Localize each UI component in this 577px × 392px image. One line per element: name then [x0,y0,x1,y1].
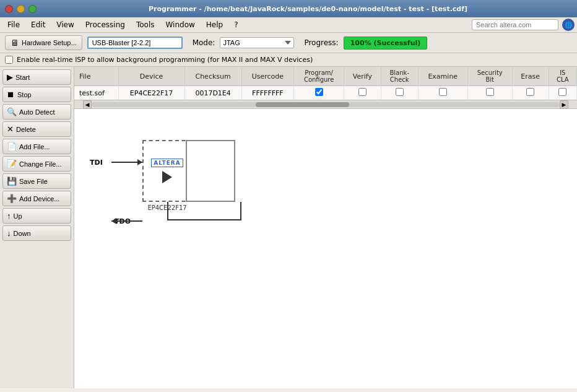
tdi-label: TDI [90,159,103,167]
scroll-left-button[interactable]: ◀ [83,100,92,109]
cell-erase[interactable] [512,86,549,100]
delete-icon: ✕ [7,124,14,134]
cell-program[interactable] [294,86,344,100]
stop-label: Stop [17,91,32,98]
up-icon: ↑ [7,211,11,220]
menu-window[interactable]: Window [160,19,199,30]
cell-file: test.sof [74,86,118,100]
col-erase: Erase [512,67,549,86]
isp-row: Enable real-time ISP to allow background… [0,53,577,67]
diagram-area: TDI ALTERA EP4CE22F17 TDO [74,109,577,388]
programmer-table: File Device Checksum Usercode Program/Co… [74,67,577,100]
menu-tools[interactable]: Tools [131,19,160,30]
titlebar: Programmer - /home/beat/JavaRock/samples… [0,0,577,17]
menu-help[interactable]: Help [201,19,228,30]
progress-bar: 100% (Successful) [344,37,428,50]
auto-detect-icon: 🔍 [7,107,17,116]
isp-clamp-checkbox[interactable] [558,88,566,96]
cell-examine[interactable] [418,86,467,100]
isp-checkbox[interactable] [5,56,13,64]
save-file-button[interactable]: 💾 Save File [2,173,71,189]
maximize-button[interactable] [28,5,37,13]
col-verify: Verify [344,67,381,86]
cell-isp[interactable] [549,86,576,100]
hardware-icon: 🖥 [11,38,19,48]
add-device-icon: ➕ [7,194,17,203]
globe-icon: 🌐 [562,19,575,31]
chip-play-icon [162,171,172,183]
window-title: Programmer - /home/beat/JavaRock/samples… [44,5,572,13]
menu-file[interactable]: File [2,19,25,30]
menubar: File Edit View Processing Tools Window H… [0,17,577,33]
sidebar: ▶ Start ⏹ Stop 🔍 Auto Detect ✕ Delete 📄 … [0,67,74,388]
minimize-button[interactable] [17,5,25,13]
main-area: ▶ Start ⏹ Stop 🔍 Auto Detect ✕ Delete 📄 … [0,67,577,388]
menu-processing[interactable]: Processing [80,19,130,30]
stop-button[interactable]: ⏹ Stop [2,87,71,102]
cell-security[interactable] [467,86,512,100]
horizontal-scrollbar[interactable]: ◀ ▶ [74,100,577,109]
cell-verify[interactable] [344,86,381,100]
start-icon: ▶ [7,72,13,82]
menu-help-icon[interactable]: ? [229,19,243,30]
program-checkbox[interactable] [315,88,323,96]
change-file-button[interactable]: 📝 Change File... [2,156,71,172]
outline-box [186,140,235,202]
col-usercode: Usercode [241,67,294,86]
scroll-right-button[interactable]: ▶ [560,100,568,109]
cell-blank[interactable] [381,86,418,100]
cell-usercode: FFFFFFFF [241,86,294,100]
hardware-setup-label: Hardware Setup... [22,39,77,46]
table-area: File Device Checksum Usercode Program/Co… [74,67,577,100]
add-file-icon: 📄 [7,142,17,151]
tdo-arrow [111,220,142,222]
change-file-icon: 📝 [7,159,17,168]
menu-view[interactable]: View [51,19,79,30]
start-label: Start [15,74,30,81]
table-row: test.sof EP4CE22F17 0017D1E4 FFFFFFFF [74,86,577,100]
add-file-button[interactable]: 📄 Add File... [2,139,71,154]
col-examine: Examine [418,67,467,86]
down-icon: ↓ [7,229,11,238]
col-file: File [74,67,118,86]
mode-select[interactable]: JTAG [220,37,294,48]
verify-checkbox[interactable] [358,88,367,96]
toolbar: 🖥 Hardware Setup... Mode: JTAG Progress:… [0,33,577,53]
chip-box: ALTERA [142,140,192,202]
content-area: File Device Checksum Usercode Program/Co… [74,67,577,388]
scroll-track[interactable] [92,102,560,107]
add-device-button[interactable]: ➕ Add Device... [2,191,71,206]
close-button[interactable] [5,5,13,13]
start-button[interactable]: ▶ Start [2,69,71,85]
security-checkbox[interactable] [486,88,494,96]
col-program: Program/Configure [294,67,344,86]
blank-checkbox[interactable] [396,88,404,96]
device-input[interactable] [87,37,183,49]
hardware-setup-button[interactable]: 🖥 Hardware Setup... [5,35,82,50]
delete-label: Delete [16,126,36,133]
add-device-label: Add Device... [19,195,59,203]
erase-checkbox[interactable] [526,88,534,96]
delete-button[interactable]: ✕ Delete [2,121,71,137]
save-file-label: Save File [19,178,48,185]
examine-checkbox[interactable] [439,88,447,96]
col-isp: ISCLA [549,67,576,86]
mode-label: Mode: [193,38,215,47]
scroll-thumb[interactable] [256,102,349,107]
auto-detect-button[interactable]: 🔍 Auto Detect [2,104,71,120]
jtag-diagram: TDI ALTERA EP4CE22F17 TDO [124,128,310,239]
up-button[interactable]: ↑ Up [2,208,71,224]
change-file-label: Change File... [19,160,61,168]
stop-icon: ⏹ [7,90,15,99]
cell-checksum: 0017D1E4 [184,86,241,100]
col-checksum: Checksum [184,67,241,86]
cell-device: EP4CE22F17 [118,86,184,100]
down-button[interactable]: ↓ Down [2,225,71,241]
tdi-arrow [111,162,142,163]
search-input[interactable] [472,19,558,30]
auto-detect-label: Auto Detect [19,108,54,116]
col-device: Device [118,67,184,86]
menu-edit[interactable]: Edit [26,19,50,30]
wire-bottom [167,202,241,220]
col-security: SecurityBit [467,67,512,86]
